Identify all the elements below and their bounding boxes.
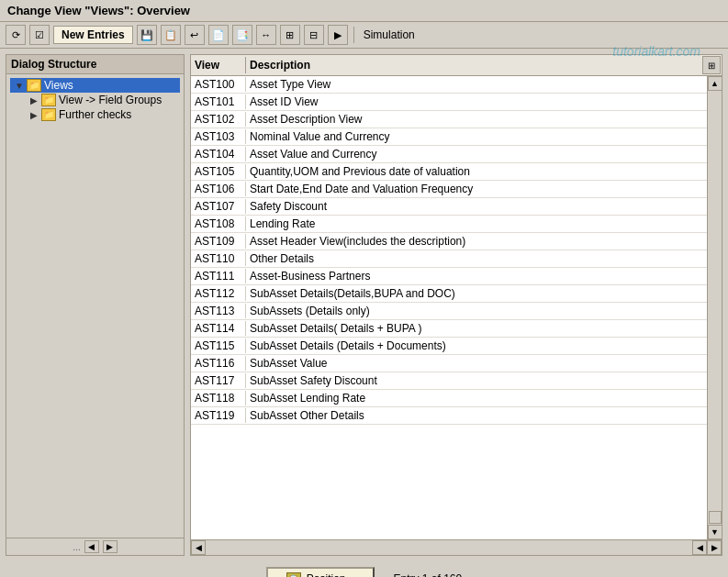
cell-view-18: AST118 xyxy=(191,391,246,405)
cell-view-19: AST119 xyxy=(191,408,246,423)
cell-desc-0: Asset Type View xyxy=(246,77,707,92)
tree-expand-views: ▼ xyxy=(12,81,27,91)
toolbar-btn-6[interactable]: 📑 xyxy=(232,25,252,45)
table-row[interactable]: AST109Asset Header View(includes the des… xyxy=(191,233,707,250)
cell-desc-7: Safety Discount xyxy=(246,199,707,214)
table-row[interactable]: AST117SubAsset Safety Discount xyxy=(191,372,707,390)
cell-desc-19: SubAsset Other Details xyxy=(246,408,707,423)
cell-desc-17: SubAsset Safety Discount xyxy=(246,373,707,388)
toolbar-btn-save[interactable]: 💾 xyxy=(137,25,157,45)
cell-view-3: AST103 xyxy=(191,129,246,144)
sidebar-item-views[interactable]: ▼ 📁 Views xyxy=(10,78,180,93)
table-row[interactable]: AST102Asset Description View xyxy=(191,111,707,128)
cell-view-15: AST115 xyxy=(191,338,246,353)
position-icon: 📋 xyxy=(286,572,301,577)
horizontal-scrollbar[interactable]: ◀ ◀ ▶ xyxy=(191,539,722,555)
hscroll-right-button-1[interactable]: ◀ xyxy=(692,540,707,555)
table-row[interactable]: AST116SubAsset Value xyxy=(191,355,707,372)
tree-label-views: Views xyxy=(44,79,73,92)
table-row[interactable]: AST119SubAsset Other Details xyxy=(191,407,707,425)
hscroll-right-controls: ◀ ▶ xyxy=(692,540,722,555)
scroll-down-button[interactable]: ▼ xyxy=(708,525,722,539)
toolbar-btn-7[interactable]: ↔ xyxy=(256,25,276,45)
cell-view-6: AST106 xyxy=(191,182,246,196)
sidebar-item-field-groups[interactable]: ▶ 📁 View -> Field Groups xyxy=(10,93,180,107)
nav-arrow-right[interactable]: ▶ xyxy=(103,540,118,553)
hscroll-track[interactable] xyxy=(206,540,692,555)
nav-arrow-left[interactable]: ◀ xyxy=(84,540,99,553)
tree-container: ▼ 📁 Views ▶ 📁 View -> Field Groups ▶ 📁 F… xyxy=(6,74,184,538)
cell-view-17: AST117 xyxy=(191,373,246,388)
table-row[interactable]: AST101Asset ID View xyxy=(191,94,707,111)
left-panel-dots: ... xyxy=(73,542,80,552)
table-row[interactable]: AST113SubAssets (Details only) xyxy=(191,303,707,320)
cell-desc-15: SubAsset Details (Details + Documents) xyxy=(246,338,707,353)
cell-desc-4: Asset Value and Currency xyxy=(246,147,707,161)
table-row[interactable]: AST115SubAsset Details (Details + Docume… xyxy=(191,338,707,355)
cell-desc-6: Start Date,End Date and Valuation Freque… xyxy=(246,182,707,196)
col-header-desc: Description xyxy=(246,57,701,73)
table-row[interactable]: AST103Nominal Value and Currency xyxy=(191,128,707,146)
main-container: Dialog Structure ▼ 📁 Views ▶ 📁 View -> F… xyxy=(0,49,728,561)
table-header: View Description ⊞ xyxy=(191,55,722,76)
tree-label-further: Further checks xyxy=(59,108,131,121)
vertical-scrollbar[interactable]: ▲ ▼ xyxy=(707,76,722,539)
scroll-up-button[interactable]: ▲ xyxy=(708,76,722,91)
toolbar-btn-9[interactable]: ⊟ xyxy=(304,25,324,45)
folder-icon-views: 📁 xyxy=(27,79,41,92)
table-row[interactable]: AST105Quantity,UOM and Previous date of … xyxy=(191,163,707,181)
toolbar-btn-10[interactable]: ▶ xyxy=(328,25,348,45)
table-panel: View Description ⊞ AST100Asset Type View… xyxy=(190,54,722,556)
cell-desc-10: Other Details xyxy=(246,251,707,266)
toolbar-btn-8[interactable]: ⊞ xyxy=(280,25,300,45)
table-row[interactable]: AST118SubAsset Lending Rate xyxy=(191,390,707,407)
toolbar-separator xyxy=(353,27,354,43)
position-button[interactable]: 📋 Position... xyxy=(266,567,375,577)
cell-view-9: AST109 xyxy=(191,234,246,249)
toolbar: ⟳ ☑ New Entries 💾 📋 ↩ 📄 📑 ↔ ⊞ ⊟ ▶ Simula… xyxy=(0,22,728,49)
cell-view-10: AST110 xyxy=(191,251,246,266)
table-row[interactable]: AST100Asset Type View xyxy=(191,76,707,94)
cell-desc-18: SubAsset Lending Rate xyxy=(246,391,707,405)
cell-view-4: AST104 xyxy=(191,147,246,161)
table-row[interactable]: AST106Start Date,End Date and Valuation … xyxy=(191,181,707,198)
sidebar-item-further-checks[interactable]: ▶ 📁 Further checks xyxy=(10,107,180,122)
table-row[interactable]: AST110Other Details xyxy=(191,250,707,268)
position-label: Position... xyxy=(307,572,355,577)
cell-desc-12: SubAsset Details(Details,BUPA and DOC) xyxy=(246,286,707,301)
table-settings-button[interactable]: ⊞ xyxy=(702,56,721,74)
toolbar-btn-copy[interactable]: 📋 xyxy=(161,25,181,45)
cell-view-12: AST112 xyxy=(191,286,246,301)
new-entries-button[interactable]: New Entries xyxy=(53,26,133,44)
toolbar-btn-1[interactable]: ⟳ xyxy=(6,25,26,45)
col-header-view: View xyxy=(191,57,246,73)
cell-view-5: AST105 xyxy=(191,164,246,179)
tree-expand-field-groups: ▶ xyxy=(27,95,41,105)
toolbar-btn-2[interactable]: ☑ xyxy=(29,25,50,45)
simulation-label[interactable]: Simulation xyxy=(364,28,415,41)
cell-desc-2: Asset Description View xyxy=(246,112,707,127)
toolbar-btn-undo[interactable]: ↩ xyxy=(185,25,205,45)
cell-view-7: AST107 xyxy=(191,199,246,214)
dialog-structure-title: Dialog Structure xyxy=(6,55,184,74)
cell-desc-13: SubAssets (Details only) xyxy=(246,304,707,318)
cell-view-14: AST114 xyxy=(191,321,246,336)
cell-view-8: AST108 xyxy=(191,216,246,231)
table-row[interactable]: AST111Asset-Business Partners xyxy=(191,268,707,285)
cell-view-0: AST100 xyxy=(191,77,246,92)
table-row[interactable]: AST108Lending Rate xyxy=(191,216,707,233)
cell-view-1: AST101 xyxy=(191,94,246,109)
scroll-thumb[interactable] xyxy=(708,91,722,510)
table-row[interactable]: AST104Asset Value and Currency xyxy=(191,146,707,163)
hscroll-left-button[interactable]: ◀ xyxy=(191,540,206,555)
table-row[interactable]: AST112SubAsset Details(Details,BUPA and … xyxy=(191,285,707,303)
toolbar-btn-5[interactable]: 📄 xyxy=(208,25,229,45)
cell-view-11: AST111 xyxy=(191,269,246,283)
cell-view-13: AST113 xyxy=(191,304,246,318)
cell-desc-3: Nominal Value and Currency xyxy=(246,129,707,144)
hscroll-right-button-2[interactable]: ▶ xyxy=(707,540,722,555)
table-row[interactable]: AST114SubAsset Details( Details + BUPA ) xyxy=(191,320,707,338)
folder-icon-field-groups: 📁 xyxy=(41,94,56,106)
table-row[interactable]: AST107Safety Discount xyxy=(191,198,707,216)
scroll-checkbox xyxy=(709,511,722,524)
